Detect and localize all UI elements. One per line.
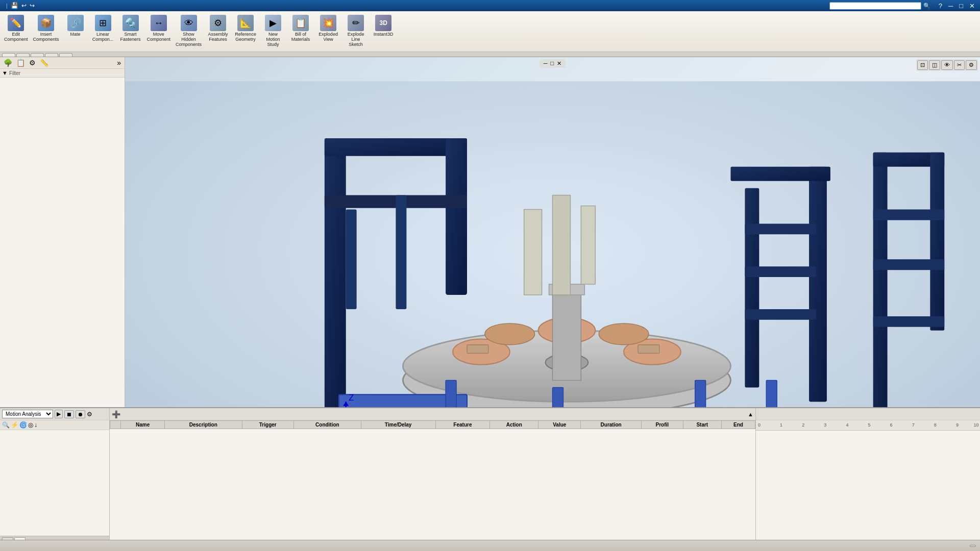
svg-rect-2 bbox=[325, 138, 346, 409]
tab-assembly[interactable] bbox=[2, 53, 15, 57]
ts-9: 9 bbox=[956, 422, 959, 428]
svg-rect-49 bbox=[873, 210, 945, 220]
add-gravity-icon[interactable]: ↓ bbox=[34, 421, 37, 429]
search-input[interactable] bbox=[829, 2, 921, 10]
motion-panel-left: Motion Analysis Animation Basic Motion ▶… bbox=[0, 408, 110, 540]
svg-rect-48 bbox=[930, 153, 944, 331]
quick-access-undo[interactable]: ↩ bbox=[21, 2, 27, 9]
tabs-bar bbox=[0, 52, 980, 57]
ts-10: 10 bbox=[973, 422, 978, 428]
help-icon[interactable]: ? bbox=[937, 2, 944, 10]
col-condition[interactable]: Condition bbox=[294, 421, 361, 429]
ts-2: 2 bbox=[802, 422, 804, 428]
ts-7: 7 bbox=[912, 422, 915, 428]
linear-component-button[interactable]: ⊞ LinearCompon... bbox=[90, 13, 116, 52]
timeline-scale: 0 1 2 3 4 5 6 7 8 9 10 bbox=[756, 420, 980, 431]
filter-icon[interactable]: ▼ bbox=[2, 70, 8, 76]
motion-play-button[interactable]: ▶ bbox=[55, 410, 63, 418]
quick-access-save[interactable]: 💾 bbox=[11, 2, 18, 9]
tasks-header: ➕ ▲ bbox=[110, 408, 755, 420]
add-task-button[interactable]: ➕ bbox=[112, 410, 120, 418]
insert-components-button[interactable]: 📦 InsertComponents bbox=[31, 13, 61, 52]
svg-rect-21 bbox=[745, 223, 816, 234]
smart-fasteners-button[interactable]: 🔩 SmartFasteners bbox=[117, 13, 144, 52]
show-hidden-button[interactable]: 👁 ShowHiddenComponents bbox=[174, 13, 204, 52]
titlebar: | 💾 ↩ ↪ 🔍 ? ─ □ ✕ bbox=[0, 0, 980, 11]
col-end[interactable]: End bbox=[721, 421, 755, 429]
property-icon[interactable]: 📋 bbox=[15, 58, 27, 67]
new-motion-study-label: NewMotionStudy bbox=[266, 32, 280, 47]
col-feature[interactable]: Feature bbox=[435, 421, 490, 429]
filter-tasks-icon[interactable]: 🔍 bbox=[2, 421, 10, 429]
add-motor-icon[interactable]: ⚡ bbox=[11, 421, 18, 429]
feature-tree-icon[interactable]: 🌳 bbox=[2, 58, 14, 67]
svg-rect-36 bbox=[638, 345, 659, 354]
col-action[interactable]: Action bbox=[490, 421, 538, 429]
ribbon: ✏️ EditComponent 📦 InsertComponents 🔗 Ma… bbox=[0, 11, 980, 52]
motion-record-button[interactable]: ⏺ bbox=[76, 410, 85, 418]
config-icon[interactable]: ⚙ bbox=[28, 58, 37, 67]
motion-analysis-dropdown[interactable]: Motion Analysis Animation Basic Motion bbox=[2, 410, 53, 418]
motion-tabs bbox=[0, 536, 109, 540]
minimize-button[interactable]: ─ bbox=[946, 2, 955, 10]
svg-rect-51 bbox=[873, 316, 945, 327]
col-name[interactable]: Name bbox=[121, 421, 165, 429]
motion-tree bbox=[0, 430, 109, 536]
tasks-collapse-icon[interactable]: ▲ bbox=[748, 411, 753, 417]
move-component-button[interactable]: ↔ MoveComponent bbox=[145, 13, 173, 52]
smart-fasteners-label: SmartFasteners bbox=[120, 32, 141, 42]
tab-office[interactable] bbox=[59, 53, 72, 57]
svg-rect-24 bbox=[524, 210, 542, 295]
edit-component-button[interactable]: ✏️ EditComponent bbox=[2, 13, 30, 52]
mate-button[interactable]: 🔗 Mate bbox=[62, 13, 89, 52]
add-contact-icon[interactable]: ◎ bbox=[28, 421, 33, 429]
tab-evaluate[interactable] bbox=[45, 53, 58, 57]
titlebar-right: 🔍 ? ─ □ ✕ bbox=[829, 2, 977, 10]
tab-sketch[interactable] bbox=[31, 53, 44, 57]
exploded-view-button[interactable]: 💥 ExplodedView bbox=[315, 13, 341, 52]
dim-expert-icon[interactable]: 📏 bbox=[38, 58, 50, 67]
svg-rect-4 bbox=[446, 138, 467, 295]
tasks-table: Name Description Trigger Condition Time/… bbox=[110, 420, 755, 429]
assembly-features-label: AssemblyFeatures bbox=[208, 32, 228, 42]
bill-of-materials-label: Bill ofMaterials bbox=[291, 32, 310, 42]
svg-rect-26 bbox=[581, 206, 595, 285]
panel-toolbar: 🌳 📋 ⚙ 📏 » bbox=[0, 57, 125, 69]
col-desc[interactable]: Description bbox=[165, 421, 242, 429]
collapse-panel-icon[interactable]: » bbox=[115, 58, 122, 67]
close-button[interactable]: ✕ bbox=[967, 2, 977, 10]
col-time[interactable]: Time/Delay bbox=[361, 421, 435, 429]
timeline-rows[interactable] bbox=[756, 431, 980, 540]
bill-of-materials-button[interactable]: 📋 Bill ofMaterials bbox=[287, 13, 314, 52]
svg-point-14 bbox=[485, 323, 535, 345]
ts-5: 5 bbox=[868, 422, 871, 428]
quick-access-redo[interactable]: ↪ bbox=[30, 2, 35, 9]
col-profil[interactable]: Profil bbox=[641, 421, 683, 429]
ts-6: 6 bbox=[890, 422, 893, 428]
svg-rect-20 bbox=[745, 188, 759, 388]
col-value[interactable]: Value bbox=[538, 421, 581, 429]
add-spring-icon[interactable]: 🌀 bbox=[19, 421, 27, 429]
ts-8: 8 bbox=[934, 422, 937, 428]
svg-rect-23 bbox=[745, 309, 816, 320]
svg-rect-46 bbox=[873, 153, 888, 423]
svg-rect-19 bbox=[730, 167, 830, 181]
search-icon[interactable]: 🔍 bbox=[923, 3, 930, 9]
tab-layout[interactable] bbox=[16, 53, 30, 57]
col-trigger[interactable]: Trigger bbox=[242, 421, 294, 429]
assembly-features-button[interactable]: ⚙ AssemblyFeatures bbox=[205, 13, 231, 52]
explode-line-sketch-button[interactable]: ✏ ExplodeLineSketch bbox=[342, 13, 369, 52]
titlebar-left: | 💾 ↩ ↪ bbox=[3, 2, 48, 9]
instant3d-button[interactable]: 3D Instant3D bbox=[370, 13, 397, 52]
mate-label: Mate bbox=[70, 32, 81, 37]
motion-settings-icon[interactable]: ⚙ bbox=[87, 411, 92, 418]
maximize-button[interactable]: □ bbox=[957, 2, 965, 10]
new-motion-study-button[interactable]: ▶ NewMotionStudy bbox=[260, 13, 286, 52]
help-button[interactable] bbox=[970, 545, 976, 547]
svg-rect-35 bbox=[467, 345, 488, 354]
col-duration[interactable]: Duration bbox=[581, 421, 642, 429]
motion-stop-button[interactable]: ⏹ bbox=[64, 410, 74, 418]
show-hidden-label: ShowHiddenComponents bbox=[176, 32, 202, 47]
col-start[interactable]: Start bbox=[683, 421, 721, 429]
reference-geometry-button[interactable]: 📐 ReferenceGeometry bbox=[232, 13, 259, 52]
